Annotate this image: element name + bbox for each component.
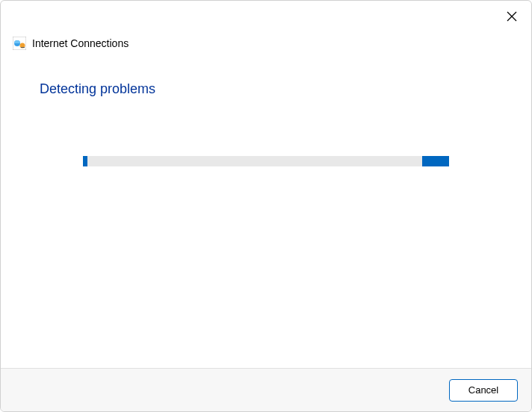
close-icon — [507, 11, 517, 24]
cancel-button[interactable]: Cancel — [449, 379, 518, 402]
progress-bar — [83, 156, 449, 166]
dialog-header: Internet Connections — [13, 37, 129, 50]
content-area: Detecting problems — [40, 81, 492, 97]
internet-connections-icon — [13, 37, 26, 50]
progress-indicator-right — [422, 156, 449, 166]
close-button[interactable] — [503, 8, 521, 26]
svg-rect-5 — [21, 47, 25, 48]
dialog-footer: Cancel — [1, 368, 531, 411]
page-heading: Detecting problems — [40, 81, 492, 97]
dialog-title: Internet Connections — [32, 37, 129, 49]
progress-track — [87, 156, 449, 166]
